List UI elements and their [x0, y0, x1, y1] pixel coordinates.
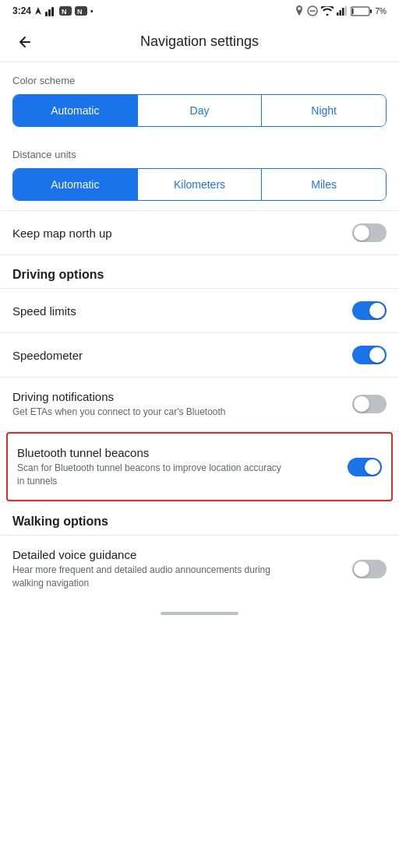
battery-display	[351, 6, 373, 16]
svg-rect-15	[370, 9, 372, 13]
detailed-voice-sublabel: Hear more frequent and detailed audio an…	[12, 564, 277, 590]
cell-signal-icon	[337, 6, 348, 16]
speedometer-label: Speedometer	[12, 349, 343, 362]
speedometer-toggle[interactable]	[352, 346, 387, 364]
battery-icon	[351, 6, 373, 16]
back-button[interactable]	[12, 30, 37, 54]
walking-options-heading: Walking options	[0, 502, 399, 535]
keep-map-north-knob	[354, 225, 369, 241]
distance-units-section: Distance units Automatic Kilometers Mile…	[0, 136, 399, 210]
svg-rect-13	[344, 6, 347, 16]
n-icon-1: N	[59, 6, 72, 16]
settings-content: Color scheme Automatic Day Night Distanc…	[0, 62, 399, 603]
svg-marker-0	[35, 7, 41, 15]
svg-text:N: N	[62, 8, 67, 16]
home-indicator	[161, 612, 238, 615]
speed-limits-row: Speed limits	[0, 289, 399, 332]
keep-map-north-toggle[interactable]	[352, 223, 387, 242]
color-day-btn[interactable]: Day	[137, 95, 262, 126]
driving-notifications-sublabel: Get ETAs when you connect to your car's …	[12, 406, 277, 419]
bluetooth-beacons-row: Bluetooth tunnel beacons Scan for Blueto…	[8, 434, 391, 501]
bluetooth-beacons-sublabel: Scan for Bluetooth tunnel beacons to imp…	[17, 462, 282, 488]
svg-rect-10	[337, 12, 339, 16]
color-scheme-segmented: Automatic Day Night	[12, 94, 387, 127]
detailed-voice-info: Detailed voice guidance Hear more freque…	[12, 548, 343, 590]
location-icon	[295, 5, 304, 16]
nav-icon	[34, 6, 42, 16]
bluetooth-beacons-knob	[365, 459, 380, 475]
color-automatic-btn[interactable]: Automatic	[13, 95, 137, 126]
svg-rect-16	[351, 8, 353, 14]
detailed-voice-row: Detailed voice guidance Hear more freque…	[0, 536, 399, 603]
detailed-voice-knob	[354, 561, 369, 577]
wifi-icon	[321, 6, 334, 16]
color-scheme-label: Color scheme	[12, 75, 387, 86]
speedometer-info: Speedometer	[12, 349, 343, 362]
detailed-voice-toggle[interactable]	[352, 560, 387, 578]
svg-rect-2	[48, 9, 51, 16]
driving-notifications-row: Driving notifications Get ETAs when you …	[0, 378, 399, 431]
n-icon-2: N	[75, 6, 87, 16]
dnd-icon	[307, 5, 318, 16]
bluetooth-beacons-label: Bluetooth tunnel beacons	[17, 446, 338, 459]
status-time: 3:24 N N •	[12, 5, 94, 16]
svg-rect-1	[45, 12, 48, 16]
driving-notifications-label: Driving notifications	[12, 390, 343, 403]
dist-miles-btn[interactable]: Miles	[261, 169, 386, 200]
speedometer-row: Speedometer	[0, 333, 399, 377]
top-bar: Navigation settings	[0, 22, 399, 62]
speed-limits-info: Speed limits	[12, 304, 343, 318]
distance-units-label: Distance units	[12, 149, 387, 160]
speed-limits-knob	[369, 303, 385, 318]
speed-limits-toggle[interactable]	[352, 301, 387, 320]
status-icons: 7%	[295, 5, 387, 16]
svg-rect-12	[342, 8, 344, 16]
dist-automatic-btn[interactable]: Automatic	[13, 169, 137, 200]
keep-map-north-label: Keep map north up	[12, 227, 343, 240]
page-title: Navigation settings	[50, 33, 349, 50]
svg-rect-9	[309, 10, 315, 12]
keep-map-north-row: Keep map north up	[0, 211, 399, 255]
bluetooth-beacons-highlighted: Bluetooth tunnel beacons Scan for Blueto…	[6, 432, 393, 502]
driving-notifications-knob	[354, 396, 369, 412]
status-bar: 3:24 N N •	[0, 0, 399, 22]
bottom-bar	[0, 603, 399, 621]
back-arrow-icon	[17, 34, 33, 50]
driving-options-heading: Driving options	[0, 255, 399, 288]
color-night-btn[interactable]: Night	[261, 95, 386, 126]
dot-indicator: •	[90, 7, 94, 16]
svg-rect-3	[51, 7, 54, 16]
speedometer-knob	[369, 347, 385, 363]
time-display: 3:24	[12, 5, 31, 16]
svg-rect-11	[339, 10, 341, 16]
bluetooth-beacons-toggle[interactable]	[348, 458, 382, 476]
driving-notifications-info: Driving notifications Get ETAs when you …	[12, 390, 343, 419]
detailed-voice-label: Detailed voice guidance	[12, 548, 343, 561]
signal-icon	[45, 5, 56, 16]
svg-rect-14	[351, 7, 369, 16]
driving-notifications-toggle[interactable]	[352, 395, 387, 413]
battery-percent: 7%	[376, 7, 387, 16]
keep-map-north-info: Keep map north up	[12, 227, 343, 240]
color-scheme-section: Color scheme Automatic Day Night	[0, 62, 399, 136]
speed-limits-label: Speed limits	[12, 304, 343, 318]
svg-text:N: N	[77, 8, 83, 16]
bluetooth-beacons-info: Bluetooth tunnel beacons Scan for Blueto…	[17, 446, 338, 488]
distance-units-segmented: Automatic Kilometers Miles	[12, 168, 387, 201]
dist-kilometers-btn[interactable]: Kilometers	[137, 169, 262, 200]
